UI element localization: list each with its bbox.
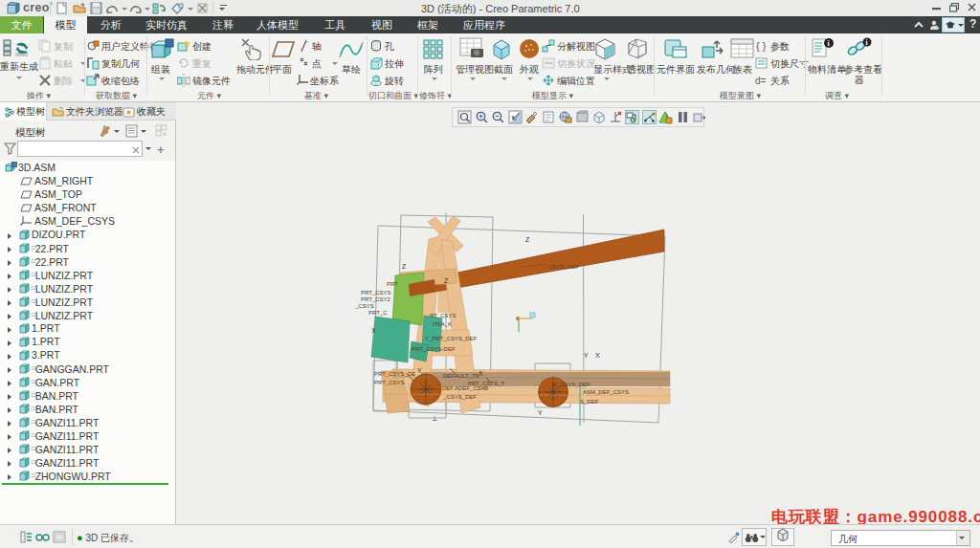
svg-text:Z: Z (444, 277, 449, 284)
svg-text:X: X (371, 327, 376, 334)
svg-text:DEFAULT_TS: DEFAULT_TS (443, 373, 479, 379)
svg-text:PRT_CSYS-DEF: PRT_CSYS-DEF (412, 346, 456, 352)
svg-text:d=: d= (755, 76, 767, 86)
svg-text:⊥: ⊥ (432, 415, 437, 422)
svg-text:Y_PRT_CSYS_DEF: Y_PRT_CSYS_DEF (425, 336, 478, 341)
svg-text:PRT_CSYS: PRT_CSYS (361, 290, 391, 296)
svg-text:X: X (479, 370, 483, 377)
svg-text:Y: Y (417, 367, 422, 374)
svg-text:PRT_CSTS_T: PRT_CSTS_T (468, 381, 505, 386)
svg-text:ASM_DEF_CSYS: ASM_DEF_CSYS (583, 389, 629, 395)
svg-text:CSYS_DEF: CSYS_DEF (548, 264, 579, 270)
svg-text:PRT_CSYS: PRT_CSYS (374, 380, 405, 385)
svg-text:PRT_CSYS_DE: PRT_CSYS_DE (374, 371, 415, 377)
svg-text:Y: Y (538, 409, 543, 416)
svg-text:Z: Z (402, 263, 407, 270)
svg-text:Y: Y (584, 352, 589, 359)
svg-text:_CSYS_DEF: _CSYS_DEF (442, 394, 477, 400)
svg-text:ITFA_K: ITFA_K (433, 321, 452, 327)
svg-text:RT_CSYS: RT_CSYS (430, 313, 457, 318)
svg-text:_CSYS: _CSYS (354, 303, 374, 309)
svg-text:S_DEF: S_DEF (580, 399, 599, 405)
svg-text:Z: Z (525, 236, 530, 243)
svg-text:X: X (595, 352, 600, 359)
svg-text:PRT_C: PRT_C (368, 310, 388, 316)
svg-text:XI_CSYS_DEF: XI_CSYS_DEF (551, 382, 590, 387)
svg-text:i: i (866, 38, 868, 47)
svg-text:PRT_CSY2: PRT_CSY2 (361, 296, 391, 302)
svg-text:{ }: { } (756, 40, 767, 52)
svg-text:PRT: PRT (387, 281, 398, 287)
